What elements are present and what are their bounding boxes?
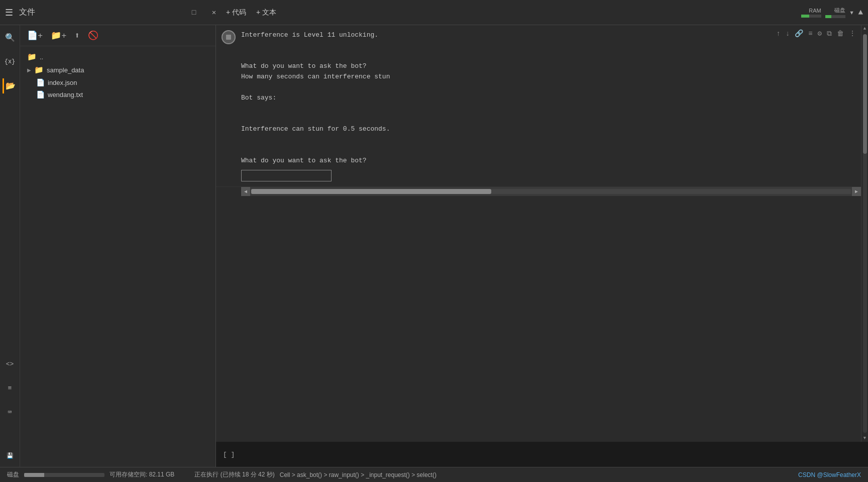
sidebar-item-disk[interactable]: 💾 [3,448,18,463]
storage-text: 可用存储空间: 82.11 GB [110,470,174,479]
app-title: 文件 [19,7,35,18]
index-json-file-icon: 📄 [36,78,45,86]
upload-icon[interactable]: ⬆ [74,30,79,41]
hscroll-left-button[interactable]: ◀ [241,187,250,196]
expand-arrow-icon: ▶ [27,67,31,73]
cell-area-wrapper: ↑ ↓ 🔗 ≡ ⚙ ⧉ 🗑 ⋮ Interference is Level 11… [216,25,868,442]
cell-toolbar: ↑ ↓ 🔗 ≡ ⚙ ⧉ 🗑 ⋮ [776,29,856,38]
sidebar-item-variables[interactable]: {x} [3,54,18,69]
status-bar: 磁盘 可用存储空间: 82.11 GB 正在执行 (已持续 18 分 42 秒)… [0,467,868,482]
main-layout: 🔍 {x} 📂 <> ≡ ⌨ 💾 📄+ 📁+ ⬆ 🚫 [0,25,868,467]
terminal-icon: ≡ [8,384,12,392]
ram-bar [801,15,821,18]
right-scrollbar[interactable]: ▲ ▼ [861,25,868,442]
move-down-icon[interactable]: ↓ [786,30,790,38]
sidebar-item-code[interactable]: <> [3,356,18,371]
menu-icon[interactable]: ☰ [5,7,13,18]
cell-output: Interference is Level 11 unlocking. What… [241,30,856,166]
disk-status-label: 磁盘 [7,470,19,479]
collapse-icon[interactable]: ▲ [858,8,863,17]
left-icon-sidebar: 🔍 {x} 📂 <> ≡ ⌨ 💾 [0,25,20,467]
stop-button[interactable] [222,30,236,44]
cell-gutter [216,25,241,44]
output-box: [ ] [216,442,868,467]
code-icon: <> [6,360,14,368]
window-minimize-button[interactable]: □ [187,6,201,20]
search-icon: 🔍 [5,33,15,43]
text-icon[interactable]: ≡ [808,30,812,38]
folder-open-icon: 📂 [6,81,16,91]
variables-icon: {x} [5,58,16,65]
sample-data-folder-icon: 📁 [34,65,44,74]
parent-dir-label: .. [40,53,43,61]
disk-bar [825,15,845,18]
wendang-txt-label: wendang.txt [48,91,83,99]
file-tree-parent-dir[interactable]: 📁 .. [20,50,215,63]
hscroll-right-button[interactable]: ▶ [852,187,861,196]
delete-icon[interactable]: 🗑 [837,30,844,38]
wendang-txt-file-icon: 📄 [36,90,45,99]
csdn-link[interactable]: CSDN @SlowFeatherX [798,471,861,478]
more-icon[interactable]: ⋮ [849,29,856,38]
disk-icon: 💾 [7,452,14,459]
status-disk-bar [24,473,104,477]
file-panel-toolbar: 📄+ 📁+ ⬆ 🚫 [20,25,215,46]
ram-label: RAM [809,8,821,14]
status-disk-fill [24,473,44,477]
disk-bar-fill [825,15,831,18]
ram-bar-fill [801,15,809,18]
top-bar: ☰ 文件 □ ✕ + 代码 + 文本 RAM 磁盘 ▾ ▲ [0,0,868,25]
sidebar-item-search[interactable]: 🔍 [3,30,18,45]
scrollbar-thumb [863,34,867,154]
sidebar-item-cmd[interactable]: ⌨ [3,405,18,420]
cell-input-group [241,170,856,181]
new-folder-icon[interactable]: 📁+ [51,30,66,41]
scroll-up-button[interactable]: ▲ [861,25,869,32]
ram-block: RAM [801,8,821,18]
file-tree-index-json[interactable]: 📄 index.json [29,76,215,88]
horizontal-scrollbar[interactable]: ◀ ▶ [241,187,861,196]
move-up-icon[interactable]: ↑ [776,30,780,38]
hscroll-track[interactable] [251,189,851,194]
breadcrumb: Cell > ask_bot() > raw_input() > _input_… [280,471,437,478]
refresh-icon[interactable]: 🚫 [88,30,98,41]
sidebar-item-files[interactable]: 📂 [3,78,18,93]
index-json-label: index.json [48,79,77,86]
hscroll-thumb [251,189,491,194]
link-icon[interactable]: 🔗 [795,29,803,38]
window-close-button[interactable]: ✕ [207,6,221,20]
top-bar-center: + 代码 + 文本 [221,8,801,17]
add-text-button[interactable]: + 文本 [256,8,276,17]
file-tree-sample-data[interactable]: ▶ 📁 sample_data [20,63,215,76]
bot-question-input[interactable] [241,170,332,181]
disk-label: 磁盘 [834,7,845,14]
file-tree: 📁 .. ▶ 📁 sample_data 📄 index.json 📄 wend… [20,46,215,467]
top-bar-right: RAM 磁盘 ▾ ▲ [801,7,863,18]
output-box-content: [ ] [223,451,235,458]
main-cell: ↑ ↓ 🔗 ≡ ⚙ ⧉ 🗑 ⋮ Interference is Level 11… [216,25,861,187]
dropdown-icon[interactable]: ▾ [849,8,854,18]
top-bar-left: ☰ 文件 □ ✕ [5,6,221,20]
cell-container[interactable]: ↑ ↓ 🔗 ≡ ⚙ ⧉ 🗑 ⋮ Interference is Level 11… [216,25,861,442]
new-file-icon[interactable]: 📄+ [27,30,43,41]
disk-block: 磁盘 [825,7,845,18]
cell-content: ↑ ↓ 🔗 ≡ ⚙ ⧉ 🗑 ⋮ Interference is Level 11… [241,25,861,186]
gear-icon[interactable]: ⚙ [818,29,822,38]
stop-icon [226,35,231,40]
sample-data-label: sample_data [47,66,84,74]
execution-status: 正在执行 (已持续 18 分 42 秒) [194,470,274,479]
copy-icon[interactable]: ⧉ [827,30,832,38]
notebook-area: ↑ ↓ 🔗 ≡ ⚙ ⧉ 🗑 ⋮ Interference is Level 11… [216,25,868,467]
scrollbar-track[interactable] [863,34,867,433]
folder-icon: 📁 [27,52,37,61]
file-panel: 📄+ 📁+ ⬆ 🚫 📁 .. ▶ 📁 sample_data 📄 index.j… [20,25,216,467]
scroll-down-button[interactable]: ▼ [861,435,869,442]
add-code-button[interactable]: + 代码 [226,8,246,17]
file-tree-wendang-txt[interactable]: 📄 wendang.txt [29,88,215,101]
sidebar-item-terminal[interactable]: ≡ [3,380,18,396]
cmd-icon: ⌨ [8,408,12,416]
